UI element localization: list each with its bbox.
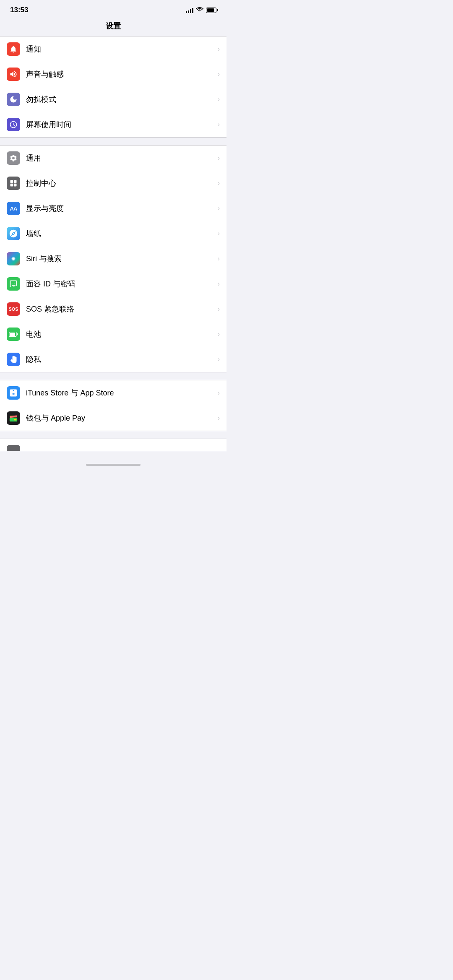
list-group-2: 通用 › 控制中心 › AA 显示与亮度 › — [0, 145, 226, 372]
settings-item-wallpaper[interactable]: 墙纸 › — [0, 221, 226, 246]
faceid-icon — [7, 277, 20, 291]
settings-item-general[interactable]: 通用 › — [0, 146, 226, 171]
svg-rect-8 — [10, 333, 15, 336]
general-label: 通用 — [26, 153, 215, 163]
settings-item-siri[interactable]: Siri 与搜索 › — [0, 246, 226, 271]
settings-item-sounds[interactable]: 声音与触感 › — [0, 62, 226, 87]
settings-item-controlcenter[interactable]: 控制中心 › — [0, 171, 226, 196]
battery-status-icon — [206, 8, 216, 13]
section-notifications: 通知 › 声音与触感 › 勿扰模式 › — [0, 36, 226, 138]
chevron-icon: › — [218, 414, 220, 422]
chevron-icon: › — [218, 205, 220, 212]
general-icon — [7, 151, 20, 165]
settings-item-donotdisturb[interactable]: 勿扰模式 › — [0, 87, 226, 112]
screentime-label: 屏幕使用时间 — [26, 120, 215, 130]
partial-icon — [7, 445, 20, 451]
settings-item-wallet[interactable]: 钱包与 Apple Pay › — [0, 406, 226, 431]
section-itunes: A iTunes Store 与 App Store › 钱包与 Apple P… — [0, 380, 226, 431]
svg-rect-11 — [10, 415, 17, 418]
svg-rect-2 — [10, 184, 13, 187]
settings-item-partial[interactable] — [0, 439, 226, 451]
display-label: 显示与亮度 — [26, 203, 215, 213]
settings-item-privacy[interactable]: 隐私 › — [0, 347, 226, 372]
chevron-icon: › — [218, 356, 220, 363]
chevron-icon: › — [218, 179, 220, 187]
home-indicator-area — [0, 451, 226, 474]
settings-item-notifications[interactable]: 通知 › — [0, 36, 226, 62]
chevron-icon: › — [218, 330, 220, 338]
list-group-partial — [0, 439, 226, 451]
chevron-icon: › — [218, 305, 220, 313]
privacy-icon — [7, 353, 20, 366]
signal-bars-icon — [186, 7, 193, 13]
list-group-3: A iTunes Store 与 App Store › 钱包与 Apple P… — [0, 380, 226, 431]
notifications-label: 通知 — [26, 44, 215, 54]
chevron-icon: › — [218, 96, 220, 103]
settings-item-sos[interactable]: SOS SOS 紧急联络 › — [0, 296, 226, 322]
battery-label: 电池 — [26, 329, 215, 339]
wifi-icon — [196, 7, 203, 14]
svg-rect-7 — [17, 333, 18, 335]
sos-icon: SOS — [7, 302, 20, 316]
controlcenter-icon — [7, 177, 20, 190]
sounds-icon — [7, 68, 20, 81]
privacy-label: 隐私 — [26, 354, 215, 364]
settings-item-screentime[interactable]: 屏幕使用时间 › — [0, 112, 226, 137]
home-indicator — [86, 464, 141, 466]
status-bar: 13:53 — [0, 0, 226, 18]
settings-item-battery[interactable]: 电池 › — [0, 322, 226, 347]
chevron-icon: › — [218, 280, 220, 288]
screentime-icon — [7, 118, 20, 131]
settings-item-faceid[interactable]: 面容 ID 与密码 › — [0, 271, 226, 296]
list-group-1: 通知 › 声音与触感 › 勿扰模式 › — [0, 36, 226, 138]
wallet-label: 钱包与 Apple Pay — [26, 413, 215, 423]
chevron-icon: › — [218, 389, 220, 397]
svg-rect-0 — [10, 180, 13, 183]
svg-rect-1 — [14, 180, 17, 183]
svg-rect-3 — [14, 184, 17, 187]
wallet-icon — [7, 411, 20, 425]
donotdisturb-label: 勿扰模式 — [26, 94, 215, 104]
chevron-icon: › — [218, 255, 220, 263]
sos-label: SOS 紧急联络 — [26, 304, 215, 314]
chevron-icon: › — [218, 154, 220, 162]
siri-icon — [7, 252, 20, 265]
section-general: 通用 › 控制中心 › AA 显示与亮度 › — [0, 145, 226, 372]
chevron-icon: › — [218, 230, 220, 237]
wallpaper-icon — [7, 227, 20, 240]
chevron-icon: › — [218, 121, 220, 128]
battery-icon — [7, 328, 20, 341]
wallpaper-label: 墙纸 — [26, 229, 215, 239]
display-icon: AA — [7, 202, 20, 215]
sounds-label: 声音与触感 — [26, 69, 215, 79]
donotdisturb-icon — [7, 93, 20, 106]
svg-point-5 — [12, 257, 15, 260]
chevron-icon: › — [218, 70, 220, 78]
section-partial — [0, 431, 226, 451]
chevron-icon: › — [218, 45, 220, 53]
itunes-label: iTunes Store 与 App Store — [26, 388, 215, 398]
status-time: 13:53 — [10, 6, 28, 14]
svg-rect-13 — [14, 419, 17, 421]
notifications-icon — [7, 42, 20, 56]
itunes-icon: A — [7, 386, 20, 400]
status-icons — [186, 7, 216, 14]
faceid-label: 面容 ID 与密码 — [26, 279, 215, 289]
svg-text:A: A — [12, 392, 15, 396]
settings-item-itunes[interactable]: A iTunes Store 与 App Store › — [0, 380, 226, 406]
siri-label: Siri 与搜索 — [26, 254, 215, 264]
settings-item-display[interactable]: AA 显示与亮度 › — [0, 196, 226, 221]
page-title: 设置 — [0, 18, 226, 36]
controlcenter-label: 控制中心 — [26, 178, 215, 188]
